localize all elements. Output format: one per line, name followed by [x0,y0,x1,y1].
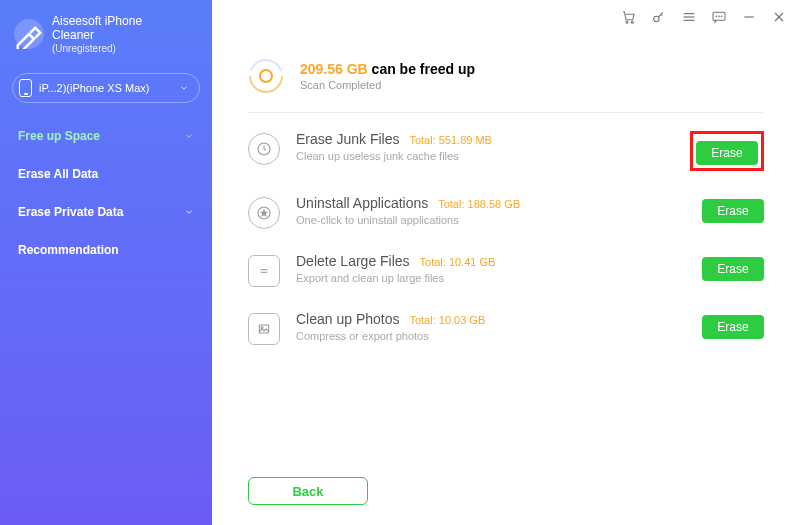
brand-title-2: Cleaner [52,28,94,42]
row-photos: Clean up Photos Total: 10.03 GB Compress… [248,311,764,345]
nav-label: Recommendation [18,243,119,257]
nav-erase-all-data[interactable]: Erase All Data [0,155,212,193]
main-panel: 209.56 GB can be freed up Scan Completed… [212,0,800,525]
nav-erase-private-data[interactable]: Erase Private Data [0,193,212,231]
row-size: 188.58 GB [468,198,521,210]
image-icon [248,313,280,345]
close-icon[interactable] [770,8,788,26]
feedback-icon[interactable] [710,8,728,26]
summary-status: Scan Completed [300,79,475,91]
chevron-down-icon [184,131,194,141]
svg-rect-20 [259,325,268,333]
nav-free-up-space[interactable]: Free up Space [0,117,212,155]
row-sub: Clean up useless junk cache files [296,150,674,162]
scan-summary: 209.56 GB can be freed up Scan Completed [248,58,764,113]
svg-point-9 [721,16,722,17]
device-selector[interactable]: iP...2)(iPhone XS Max) [12,73,200,103]
summary-suffix: can be freed up [372,61,475,77]
erase-large-button[interactable]: Erase [702,257,764,281]
erase-photos-button[interactable]: Erase [702,315,764,339]
phone-icon [19,79,32,97]
row-size: 551.89 MB [439,134,492,146]
row-sub: One-click to uninstall applications [296,214,686,226]
svg-marker-17 [261,210,267,215]
svg-point-7 [716,16,717,17]
row-title: Clean up Photos [296,311,400,327]
row-uninstall-apps: Uninstall Applications Total: 188.58 GB … [248,195,764,229]
row-sub: Export and clean up large files [296,272,686,284]
sidebar: Aiseesoft iPhone Cleaner (Unregistered) … [0,0,212,525]
brand: Aiseesoft iPhone Cleaner (Unregistered) [0,14,212,69]
clock-icon [248,133,280,165]
summary-line1: 209.56 GB can be freed up [300,61,475,77]
key-icon[interactable] [650,8,668,26]
svg-point-8 [719,16,720,17]
row-size: 10.41 GB [449,256,495,268]
chevron-down-icon [179,83,189,93]
row-title: Erase Junk Files [296,131,399,147]
row-sub: Compress or export photos [296,330,686,342]
highlight-annotation: Erase [690,131,764,171]
total-prefix: Total: [420,256,446,268]
device-label: iP...2)(iPhone XS Max) [39,82,149,94]
erase-apps-button[interactable]: Erase [702,199,764,223]
cleanup-list: Erase Junk Files Total: 551.89 MB Clean … [248,131,764,345]
summary-amount: 209.56 GB [300,61,368,77]
row-junk-files: Erase Junk Files Total: 551.89 MB Clean … [248,131,764,171]
nav-recommendation[interactable]: Recommendation [0,231,212,269]
chevron-down-icon [184,207,194,217]
window-controls [620,8,788,26]
nav-label: Erase All Data [18,167,98,181]
minimize-icon[interactable] [740,8,758,26]
brand-status: (Unregistered) [52,43,142,55]
file-icon [248,255,280,287]
brand-title-1: Aiseesoft iPhone [52,14,142,28]
target-icon [248,58,284,94]
row-title: Uninstall Applications [296,195,428,211]
star-icon [248,197,280,229]
erase-junk-button[interactable]: Erase [696,141,758,165]
cart-icon[interactable] [620,8,638,26]
svg-point-1 [631,21,633,23]
row-size: 10.03 GB [439,314,485,326]
total-prefix: Total: [409,134,435,146]
nav-label: Free up Space [18,129,100,143]
sidebar-nav: Free up Space Erase All Data Erase Priva… [0,117,212,269]
menu-icon[interactable] [680,8,698,26]
back-button[interactable]: Back [248,477,368,505]
svg-point-0 [626,21,628,23]
nav-label: Erase Private Data [18,205,123,219]
brand-logo [14,19,44,49]
svg-point-2 [654,16,659,21]
row-large-files: Delete Large Files Total: 10.41 GB Expor… [248,253,764,287]
total-prefix: Total: [438,198,464,210]
total-prefix: Total: [409,314,435,326]
row-title: Delete Large Files [296,253,410,269]
